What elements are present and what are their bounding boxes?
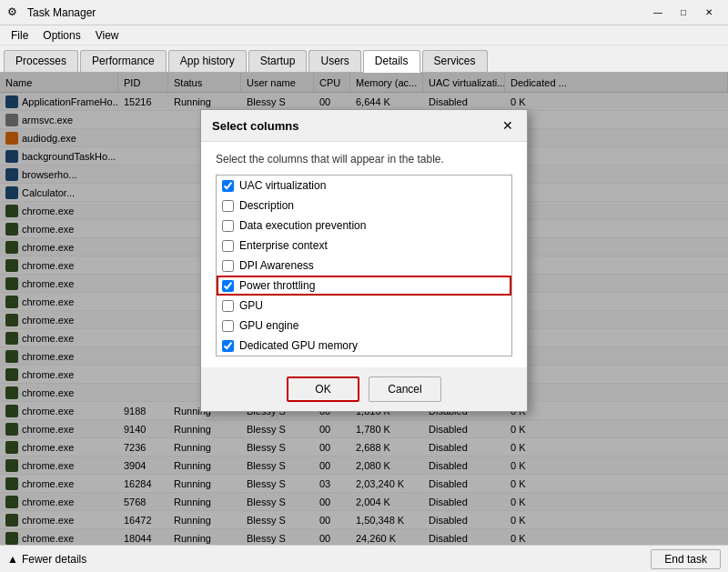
- checkbox-item[interactable]: Shared GPU memory: [217, 356, 511, 356]
- tab-performance[interactable]: Performance: [80, 50, 167, 72]
- modal-overlay: Select columns ✕ Select the columns that…: [0, 73, 728, 545]
- title-bar-title: Task Manager: [27, 6, 646, 19]
- checkbox-label: UAC virtualization: [239, 179, 326, 192]
- tab-app-history[interactable]: App history: [168, 50, 247, 72]
- checkbox-list: UAC virtualizationDescriptionData execut…: [216, 175, 512, 356]
- tab-users[interactable]: Users: [308, 50, 360, 72]
- checkbox-item[interactable]: Enterprise context: [217, 236, 511, 256]
- menu-options[interactable]: Options: [35, 27, 87, 44]
- checkbox-input[interactable]: [222, 260, 234, 272]
- minimize-button[interactable]: —: [646, 4, 670, 22]
- title-bar: ⚙ Task Manager — □ ✕: [0, 0, 728, 25]
- checkbox-label: Description: [239, 199, 294, 212]
- checkbox-item[interactable]: Power throttling: [217, 276, 511, 296]
- checkbox-label: Data execution prevention: [239, 219, 366, 232]
- tab-startup[interactable]: Startup: [248, 50, 308, 72]
- tab-bar: Processes Performance App history Startu…: [0, 45, 728, 73]
- checkbox-item[interactable]: GPU engine: [217, 316, 511, 336]
- modal-close-button[interactable]: ✕: [500, 117, 516, 134]
- main-area: Name PID Status User name CPU Memory (ac…: [0, 73, 728, 545]
- modal-body: Select the columns that will appear in t…: [201, 142, 527, 367]
- checkbox-input[interactable]: [222, 180, 234, 192]
- tab-processes[interactable]: Processes: [4, 50, 78, 72]
- checkbox-item[interactable]: UAC virtualization: [217, 176, 511, 196]
- modal-title: Select columns: [212, 119, 298, 133]
- end-task-button[interactable]: End task: [651, 549, 721, 569]
- checkbox-input[interactable]: [222, 300, 234, 312]
- checkbox-input[interactable]: [222, 340, 234, 352]
- checkbox-item[interactable]: Dedicated GPU memory: [217, 336, 511, 356]
- modal-footer: OK Cancel: [201, 367, 527, 411]
- checkbox-input[interactable]: [222, 320, 234, 332]
- window-controls: — □ ✕: [646, 4, 721, 22]
- menu-file[interactable]: File: [4, 27, 35, 44]
- checkbox-input[interactable]: [222, 280, 234, 292]
- checkbox-item[interactable]: Description: [217, 196, 511, 216]
- checkbox-item[interactable]: DPI Awareness: [217, 256, 511, 276]
- tab-services[interactable]: Services: [422, 50, 488, 72]
- menu-view[interactable]: View: [88, 27, 126, 44]
- fewer-details-button[interactable]: ▲ Fewer details: [7, 553, 86, 566]
- close-button[interactable]: ✕: [697, 4, 721, 22]
- ok-button[interactable]: OK: [287, 376, 359, 402]
- modal-subtitle: Select the columns that will appear in t…: [216, 153, 512, 166]
- app-icon: ⚙: [7, 5, 22, 20]
- checkbox-label: GPU: [239, 299, 263, 312]
- checkbox-input[interactable]: [222, 220, 234, 232]
- checkbox-item[interactable]: Data execution prevention: [217, 216, 511, 236]
- checkbox-item[interactable]: GPU: [217, 296, 511, 316]
- checkbox-label: Dedicated GPU memory: [239, 339, 358, 352]
- checkbox-label: GPU engine: [239, 319, 298, 332]
- fewer-details-icon: ▲: [7, 553, 18, 566]
- checkbox-input[interactable]: [222, 200, 234, 212]
- fewer-details-label: Fewer details: [22, 553, 86, 566]
- modal-title-bar: Select columns ✕: [201, 110, 527, 142]
- cancel-button[interactable]: Cancel: [369, 376, 441, 402]
- checkbox-label: Power throttling: [239, 279, 315, 292]
- menu-bar: File Options View: [0, 25, 728, 45]
- checkbox-input[interactable]: [222, 240, 234, 252]
- checkbox-label: Enterprise context: [239, 239, 328, 252]
- select-columns-dialog: Select columns ✕ Select the columns that…: [200, 109, 528, 412]
- checkbox-label: DPI Awareness: [239, 259, 314, 272]
- maximize-button[interactable]: □: [672, 4, 695, 22]
- tab-details[interactable]: Details: [363, 50, 420, 73]
- status-bar: ▲ Fewer details End task: [0, 545, 728, 572]
